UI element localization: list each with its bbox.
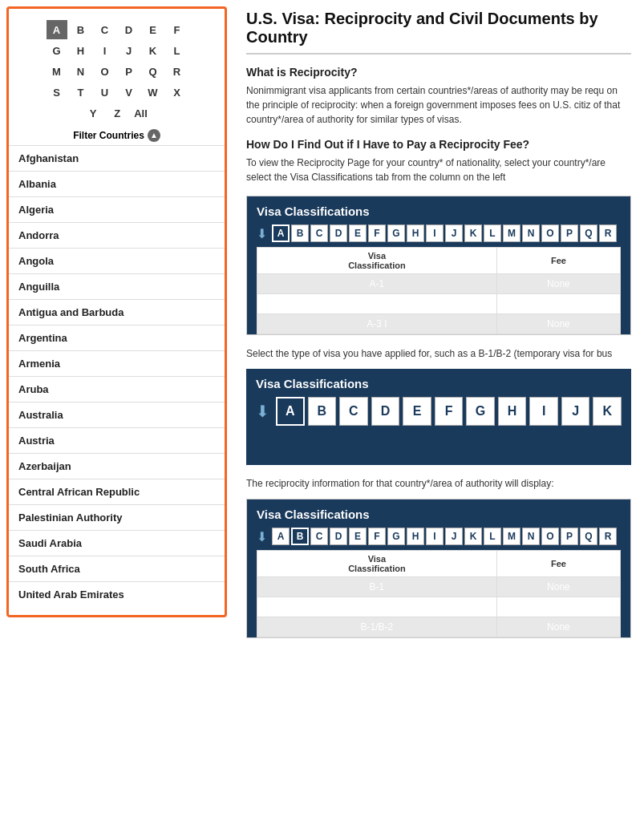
country-list-item[interactable]: Palestinian Authority (9, 504, 225, 530)
visa-alpha-h[interactable]: H (498, 397, 527, 426)
visa-alpha-q[interactable]: Q (580, 224, 597, 242)
country-list-item[interactable]: United Arab Emirates (9, 581, 225, 607)
alpha-letter-all[interactable]: All (131, 103, 151, 123)
visa-alpha-m[interactable]: M (503, 528, 520, 545)
alpha-letter-d[interactable]: D (119, 20, 140, 39)
alpha-letter-i[interactable]: I (95, 41, 115, 60)
alpha-letter-n[interactable]: N (71, 62, 91, 81)
visa-alpha-f[interactable]: F (368, 528, 386, 545)
visa-alpha-l[interactable]: L (484, 224, 501, 242)
alpha-letter-f[interactable]: F (167, 20, 188, 39)
alpha-letter-h[interactable]: H (71, 41, 91, 60)
alpha-letter-e[interactable]: E (143, 20, 164, 39)
visa-alpha-r[interactable]: R (599, 224, 617, 242)
country-list-item[interactable]: Aruba (9, 376, 225, 402)
country-list-item[interactable]: Anguilla (9, 273, 225, 299)
visa-alpha-j[interactable]: J (561, 397, 590, 426)
visa-alpha-i[interactable]: I (426, 528, 444, 545)
visa-alpha-b[interactable]: B (308, 397, 337, 426)
visa-alpha-a[interactable]: A (272, 224, 290, 242)
alpha-letter-m[interactable]: M (47, 62, 67, 81)
alpha-letter-g[interactable]: G (47, 41, 67, 60)
visa-alpha-q[interactable]: Q (580, 528, 597, 545)
alpha-letter-q[interactable]: Q (143, 62, 164, 81)
visa-alpha-i[interactable]: I (426, 224, 444, 242)
visa-alpha-h[interactable]: H (407, 528, 424, 545)
alpha-letter-a[interactable]: A (47, 20, 67, 39)
visa-alpha-c[interactable]: C (310, 528, 328, 545)
alpha-letter-z[interactable]: Z (107, 103, 128, 123)
country-list-item[interactable]: Andorra (9, 222, 225, 248)
visa-alpha-j[interactable]: J (445, 528, 463, 545)
alpha-letter-b[interactable]: B (71, 20, 91, 39)
visa-alpha-e[interactable]: E (349, 224, 367, 242)
visa-alpha-k[interactable]: K (464, 528, 482, 545)
visa-alpha-g[interactable]: G (387, 224, 405, 242)
visa-alpha-n[interactable]: N (522, 224, 540, 242)
country-list-item[interactable]: South Africa (9, 556, 225, 581)
visa-alpha-c[interactable]: C (310, 224, 328, 242)
visa-alpha-n[interactable]: N (522, 528, 540, 545)
visa-alpha-h[interactable]: H (407, 224, 424, 242)
filter-label[interactable]: Filter Countries ▲ (9, 129, 225, 142)
alpha-letter-c[interactable]: C (95, 20, 115, 39)
alpha-letter-w[interactable]: W (143, 83, 164, 102)
country-list-item[interactable]: Armenia (9, 350, 225, 376)
visa3-col-classification: VisaClassification (257, 551, 497, 577)
country-list-item[interactable]: Austria (9, 427, 225, 453)
alpha-letter-j[interactable]: J (119, 41, 140, 60)
visa-alpha-d[interactable]: D (330, 528, 347, 545)
visa-alpha-j[interactable]: J (445, 224, 463, 242)
alpha-letter-y[interactable]: Y (83, 103, 103, 123)
visa-table-row: A-2None (257, 294, 621, 314)
visa-cell-fee: None (496, 314, 620, 334)
visa-alpha-p[interactable]: P (561, 528, 578, 545)
visa-alpha-e[interactable]: E (349, 528, 367, 545)
visa-alpha-a[interactable]: A (272, 528, 290, 545)
visa-box3-arrow: ⬇ (257, 529, 267, 544)
visa-alpha-p[interactable]: P (561, 224, 578, 242)
alpha-letter-r[interactable]: R (167, 62, 188, 81)
visa-alpha-f[interactable]: F (435, 397, 464, 426)
visa-alpha-c[interactable]: C (339, 397, 368, 426)
visa-alpha-d[interactable]: D (371, 397, 400, 426)
alpha-letter-k[interactable]: K (143, 41, 164, 60)
alpha-letter-l[interactable]: L (167, 41, 188, 60)
visa-alpha-o[interactable]: O (541, 528, 559, 545)
visa-alpha-g[interactable]: G (466, 397, 495, 426)
page-title: U.S. Visa: Reciprocity and Civil Documen… (246, 10, 631, 55)
visa-alpha-b[interactable]: B (291, 224, 309, 242)
visa-alpha-e[interactable]: E (403, 397, 431, 426)
alpha-letter-v[interactable]: V (119, 83, 140, 102)
country-list-item[interactable]: Afghanistan (9, 145, 225, 171)
visa-alpha-k[interactable]: K (593, 397, 622, 426)
filter-toggle-icon[interactable]: ▲ (148, 129, 160, 142)
visa-box2-alpha: ⬇ ABCDEFGHIJK (256, 397, 622, 426)
country-list-item[interactable]: Central African Republic (9, 479, 225, 504)
visa-alpha-f[interactable]: F (368, 224, 386, 242)
country-list-item[interactable]: Antigua and Barbuda (9, 299, 225, 325)
alpha-letter-t[interactable]: T (71, 83, 91, 102)
alpha-letter-o[interactable]: O (95, 62, 115, 81)
country-list-item[interactable]: Saudi Arabia (9, 530, 225, 556)
visa-alpha-o[interactable]: O (541, 224, 559, 242)
visa-alpha-i[interactable]: I (529, 397, 558, 426)
visa-alpha-l[interactable]: L (484, 528, 501, 545)
country-list-item[interactable]: Azerbaijan (9, 453, 225, 479)
country-list-item[interactable]: Argentina (9, 325, 225, 350)
visa-alpha-d[interactable]: D (330, 224, 347, 242)
visa-alpha-g[interactable]: G (387, 528, 405, 545)
alpha-letter-p[interactable]: P (119, 62, 140, 81)
visa-alpha-b[interactable]: B (291, 528, 309, 545)
country-list-item[interactable]: Australia (9, 402, 225, 427)
country-list-item[interactable]: Algeria (9, 196, 225, 222)
alpha-letter-s[interactable]: S (47, 83, 67, 102)
visa-alpha-k[interactable]: K (464, 224, 482, 242)
visa-alpha-m[interactable]: M (503, 224, 520, 242)
country-list-item[interactable]: Albania (9, 171, 225, 196)
visa-alpha-a[interactable]: A (276, 397, 305, 426)
visa-alpha-r[interactable]: R (599, 528, 617, 545)
country-list-item[interactable]: Angola (9, 248, 225, 273)
alpha-letter-u[interactable]: U (95, 83, 115, 102)
alpha-letter-x[interactable]: X (167, 83, 188, 102)
